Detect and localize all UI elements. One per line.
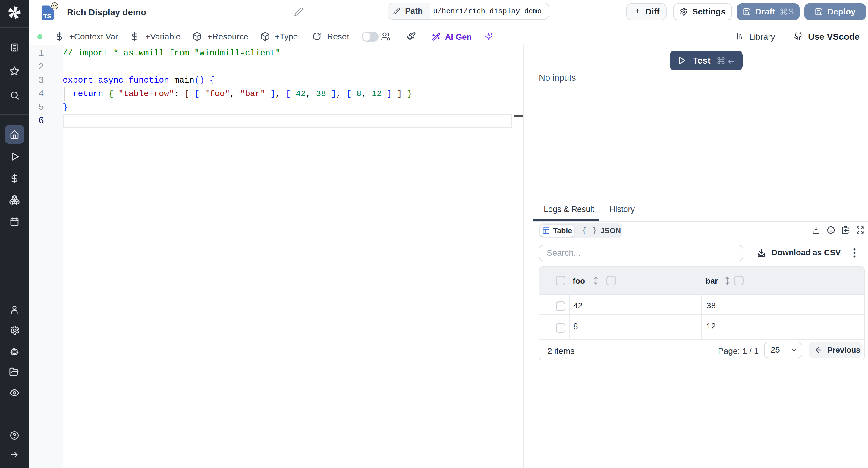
svg-text:TS: TS <box>43 13 51 20</box>
